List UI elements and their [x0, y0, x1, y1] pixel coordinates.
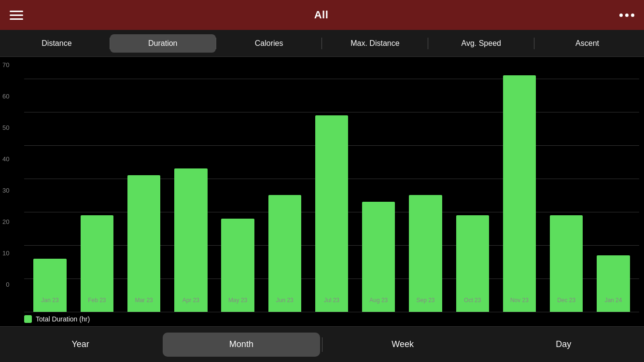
x-label: Feb 23 [88, 297, 106, 304]
bar-group[interactable] [497, 62, 541, 312]
bar-group[interactable] [545, 62, 588, 312]
page-title: All [314, 9, 329, 21]
x-label-group: Mar 23 [122, 297, 166, 304]
x-label-group: Oct 23 [450, 297, 494, 304]
x-label: Mar 23 [135, 297, 153, 304]
nav-month[interactable]: Month [163, 333, 320, 357]
bar-group[interactable] [169, 62, 213, 312]
x-label: Oct 23 [464, 297, 481, 304]
chart-container: 70 60 50 40 30 20 10 0 Jan 23Feb 23Mar 2… [0, 57, 644, 312]
x-axis: Jan 23Feb 23Mar 23Apr 23May 23Jun 23Jul … [24, 289, 639, 312]
nav-week[interactable]: Week [324, 333, 481, 357]
tab-calories[interactable]: Calories [216, 34, 322, 53]
chart-legend: Total Duration (hr) [0, 312, 644, 326]
x-label: Jan 23 [42, 297, 59, 304]
y-label-20: 20 [2, 219, 9, 225]
bar-group[interactable] [357, 62, 401, 312]
x-label-group: May 23 [216, 297, 260, 304]
x-label: Jun 23 [276, 297, 294, 304]
tab-distance[interactable]: Distance [4, 34, 110, 53]
tab-avg-speed[interactable]: Avg. Speed [428, 34, 534, 53]
x-label: May 23 [228, 297, 247, 304]
bar-group[interactable] [591, 62, 635, 312]
y-label-60: 60 [2, 93, 9, 99]
x-label: Jan 24 [604, 297, 622, 304]
x-label-group: Apr 23 [169, 297, 213, 304]
nav-day[interactable]: Day [485, 333, 642, 357]
bar-group[interactable] [28, 62, 72, 312]
x-label-group: Jun 23 [263, 297, 307, 304]
bottom-nav: Year Month Week Day [0, 326, 644, 362]
bar-group[interactable] [75, 62, 119, 312]
bar-group[interactable] [309, 62, 353, 312]
y-axis: 70 60 50 40 30 20 10 0 [2, 62, 9, 288]
nav-divider [322, 337, 322, 352]
x-label: Nov 23 [510, 297, 529, 304]
y-label-50: 50 [2, 125, 9, 131]
header: All [0, 0, 644, 30]
x-label-group: Feb 23 [75, 297, 119, 304]
bar [315, 115, 348, 312]
tab-bar: Distance Duration Calories Max. Distance… [0, 30, 644, 57]
bars-area [24, 62, 639, 312]
tab-max-distance[interactable]: Max. Distance [322, 34, 428, 53]
x-label-group: Dec 23 [545, 297, 588, 304]
bar-group[interactable] [263, 62, 307, 312]
y-label-10: 10 [2, 250, 9, 256]
chart-inner: 70 60 50 40 30 20 10 0 Jan 23Feb 23Mar 2… [24, 62, 639, 312]
x-label-group: Jan 23 [28, 297, 72, 304]
bar-group[interactable] [122, 62, 166, 312]
tab-ascent[interactable]: Ascent [534, 34, 640, 53]
x-label: Sep 23 [416, 297, 434, 304]
bar-group[interactable] [450, 62, 494, 312]
legend-label: Total Duration (hr) [36, 315, 90, 323]
bar [503, 75, 536, 312]
x-label-group: Jan 24 [591, 297, 635, 304]
x-label: Aug 23 [369, 297, 388, 304]
y-label-30: 30 [2, 187, 9, 194]
grid-line [24, 312, 639, 312]
more-options-button[interactable] [619, 14, 634, 17]
x-label: Jul 23 [324, 297, 339, 304]
tab-duration[interactable]: Duration [110, 34, 216, 53]
x-label: Dec 23 [557, 297, 575, 304]
y-label-0: 0 [6, 281, 9, 288]
x-label-group: Nov 23 [497, 297, 541, 304]
nav-year[interactable]: Year [2, 333, 159, 357]
menu-button[interactable] [10, 11, 23, 20]
x-label-group: Aug 23 [357, 297, 401, 304]
y-label-70: 70 [2, 62, 9, 68]
y-label-40: 40 [2, 156, 9, 162]
x-label: Apr 23 [182, 297, 199, 304]
x-label-group: Sep 23 [404, 297, 448, 304]
legend-color-box [24, 315, 32, 323]
bar-group[interactable] [216, 62, 260, 312]
bar-group[interactable] [404, 62, 448, 312]
x-label-group: Jul 23 [309, 297, 353, 304]
